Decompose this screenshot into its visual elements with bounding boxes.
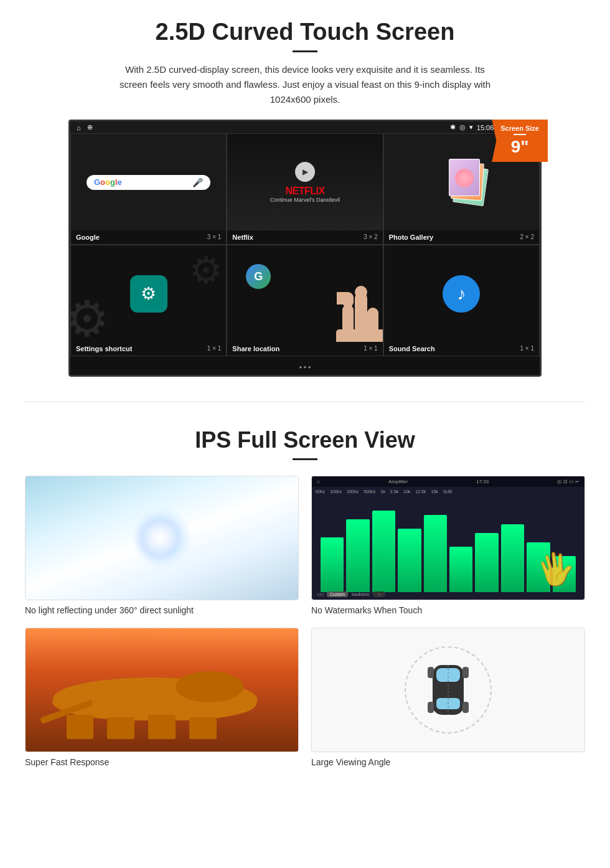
maps-icon[interactable]: G <box>246 264 271 289</box>
section1: 2.5D Curved Touch Screen With 2.5D curve… <box>0 0 610 383</box>
google-name: Google <box>76 234 100 241</box>
sound-search-cell: ♪ Sound Search 1 × 1 <box>383 245 540 356</box>
netflix-bg: NETFLIX Continue Marvel's Daredevil <box>227 134 382 230</box>
badge-label: Screen Size <box>500 125 539 132</box>
netflix-play-button[interactable] <box>295 162 315 182</box>
amp-home-icon: ⌂ <box>317 479 320 484</box>
device-screen: ⌂ ⊕ ✱ ◎ ▾ 15:06 ⊡ ◁) ⊠ ▭ <box>68 120 542 377</box>
netflix-subtitle: Continue Marvel's Daredevil <box>270 197 340 203</box>
sound-search-inner: ♪ <box>384 245 539 342</box>
gallery-stack <box>436 158 486 207</box>
share-location-name: Share location <box>232 345 279 352</box>
google-cell: Google 🎤 Google 3 × 1 <box>70 133 227 245</box>
google-logo: Google <box>94 177 122 187</box>
app-grid-bottom: ⚙ ⚙ ⚙ Settings shortcut 1 × 1 G <box>70 245 540 356</box>
device-mockup: Screen Size 9" ⌂ ⊕ ✱ ◎ ▾ 15:06 ⊡ ◁) ⊠ <box>68 120 542 377</box>
section2: IPS Full Screen View No light reflecting… <box>0 421 610 786</box>
svg-rect-10 <box>428 667 434 678</box>
amp-freq-labels: 60hz100hz200hz500hz1k2.5k10k12.5k15kSUB <box>316 489 581 494</box>
amp-prev: ◁◁ <box>317 592 323 597</box>
netflix-label: Netflix 3 × 2 <box>227 230 382 244</box>
feature-grid: No light reflecting under 360° direct su… <box>25 476 585 767</box>
cheetah-leg2 <box>107 717 134 740</box>
amp-loudness: loudness <box>352 592 369 597</box>
share-location-size: 1 × 1 <box>364 345 378 352</box>
amp-bar-5 <box>424 515 447 592</box>
cheetah-leg4 <box>189 717 217 740</box>
share-location-inner: G <box>227 245 382 342</box>
flower-decoration <box>455 169 474 187</box>
location-icon: ◎ <box>459 123 466 131</box>
netflix-logo: NETFLIX <box>285 186 324 197</box>
sound-search-label: Sound Search 1 × 1 <box>384 342 539 356</box>
amp-time: 17:33 <box>476 479 489 484</box>
feature-sunlight-label: No light reflecting under 360° direct su… <box>25 605 299 615</box>
gallery-label: Photo Gallery 2 × 2 <box>384 230 539 244</box>
google-mic-icon[interactable]: 🎤 <box>192 177 203 187</box>
svg-rect-11 <box>462 667 469 678</box>
amp-header: ⌂ Amplifier 17:33 ◎ ⊡ ▭ ↩ <box>312 476 584 487</box>
amp-bar-3 <box>372 511 395 592</box>
feature-viewing: Large Viewing Angle <box>311 628 585 767</box>
cheetah-head <box>176 671 244 702</box>
car-circle <box>405 646 492 734</box>
amp-bar-6 <box>449 547 472 592</box>
car-top-view-svg <box>426 656 470 724</box>
bluetooth-icon: ✱ <box>450 123 456 131</box>
section-divider <box>25 402 585 402</box>
home-icon: ⌂ <box>77 124 81 131</box>
hand-touch-icon: 🖐 <box>533 548 578 590</box>
amp-bar-1 <box>321 537 344 592</box>
pagination-dots: ● ● ● <box>70 356 540 375</box>
badge-bar <box>514 134 526 135</box>
share-location-cell: G Share location <box>227 245 383 356</box>
section1-description: With 2.5D curved-display screen, this de… <box>118 62 492 107</box>
gallery-size: 2 × 2 <box>520 234 534 241</box>
sunlight-image <box>25 476 299 600</box>
settings-label: Settings shortcut 1 × 1 <box>71 342 226 356</box>
hand-pointing-icon <box>336 267 383 342</box>
section2-title: IPS Full Screen View <box>25 427 585 453</box>
amp-icons: ◎ ⊡ ▭ ↩ <box>557 479 580 484</box>
cheetah-leg1 <box>67 715 94 740</box>
gear-icon: ⚙ <box>141 283 156 304</box>
amp-footer: ◁◁ Custom loudness ○ <box>317 592 385 597</box>
settings-name: Settings shortcut <box>76 345 132 352</box>
share-location-label: Share location 1 × 1 <box>227 342 382 356</box>
google-size: 3 × 1 <box>207 234 222 241</box>
feature-watermarks-label: No Watermarks When Touch <box>311 605 585 615</box>
netflix-cell: NETFLIX Continue Marvel's Daredevil Netf… <box>227 133 383 245</box>
svg-point-4 <box>355 286 367 298</box>
google-search-bar[interactable]: Google 🎤 <box>87 175 210 190</box>
settings-size: 1 × 1 <box>207 345 222 352</box>
netflix-name: Netflix <box>232 234 253 241</box>
section2-underbar <box>293 458 317 460</box>
amp-title: Amplifier <box>388 479 408 484</box>
amp-content: 60hz100hz200hz500hz1k2.5k10k12.5k15kSUB <box>312 487 584 600</box>
settings-cell: ⚙ ⚙ ⚙ Settings shortcut 1 × 1 <box>70 245 227 356</box>
wifi-icon: ▾ <box>469 123 473 131</box>
sound-search-icon[interactable]: ♪ <box>443 275 480 313</box>
status-bar: ⌂ ⊕ ✱ ◎ ▾ 15:06 ⊡ ◁) ⊠ ▭ <box>70 121 540 133</box>
settings-icon[interactable]: ⚙ <box>130 275 167 313</box>
svg-rect-6 <box>336 329 383 342</box>
svg-rect-12 <box>428 702 434 713</box>
status-time: 15:06 <box>477 124 494 131</box>
google-label: Google 3 × 1 <box>71 230 226 244</box>
netflix-size: 3 × 2 <box>364 234 378 241</box>
amp-bar-2 <box>346 519 369 592</box>
sun-glow <box>131 507 193 569</box>
bg-gear-2: ⚙ <box>189 248 223 292</box>
amp-bar-4 <box>398 529 421 592</box>
svg-rect-13 <box>462 702 469 713</box>
amp-toggle: ○ <box>373 592 385 597</box>
section1-title: 2.5D Curved Touch Screen <box>37 19 573 45</box>
feature-watermarks: ⌂ Amplifier 17:33 ◎ ⊡ ▭ ↩ 60hz100hz200hz… <box>311 476 585 615</box>
music-note-icon: ♪ <box>457 284 466 304</box>
gallery-card-3 <box>449 159 480 196</box>
netflix-inner: NETFLIX Continue Marvel's Daredevil <box>227 134 382 230</box>
badge-size: 9" <box>500 137 539 157</box>
sound-search-size: 1 × 1 <box>520 345 534 352</box>
title-underbar <box>293 50 317 52</box>
feature-sunlight: No light reflecting under 360° direct su… <box>25 476 299 615</box>
